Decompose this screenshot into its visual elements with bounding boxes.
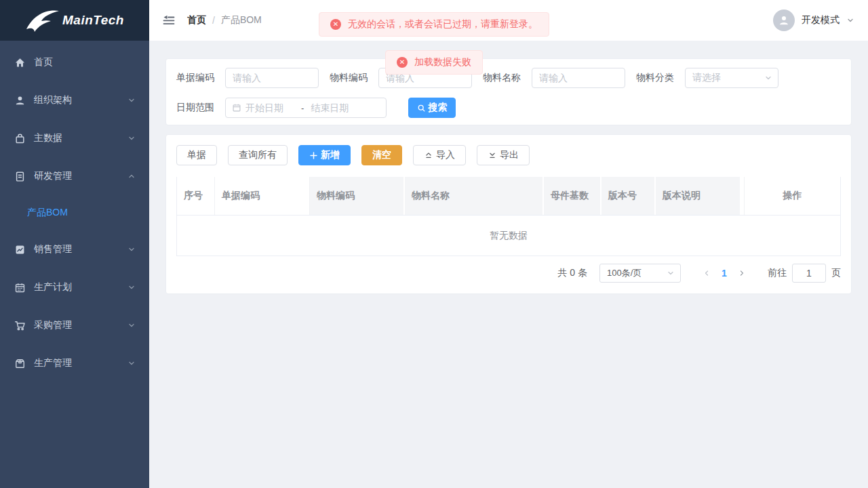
filter-doc-code: 单据编码 bbox=[176, 68, 319, 88]
sidebar-item-label: 组织架构 bbox=[34, 94, 72, 106]
sidebar-item-label: 研发管理 bbox=[34, 170, 72, 182]
plus-icon bbox=[309, 151, 318, 160]
import-button[interactable]: 导入 bbox=[413, 145, 466, 165]
column-header-material-code: 物料编码 bbox=[310, 177, 405, 215]
sidebar-item-label: 主数据 bbox=[34, 132, 62, 144]
doc-button[interactable]: 单据 bbox=[176, 145, 217, 165]
filter-label: 物料编码 bbox=[330, 72, 368, 84]
goto-page-input[interactable] bbox=[792, 264, 826, 283]
date-separator: - bbox=[298, 103, 307, 113]
breadcrumb-current: 产品BOM bbox=[221, 14, 262, 26]
error-toast-session: ✕ 无效的会话，或者会话已过期，请重新登录。 bbox=[319, 12, 549, 37]
sidebar-item-org[interactable]: 组织架构 bbox=[0, 81, 149, 119]
filter-row-1: 单据编码 物料编码 物料名称 物料分类 请选择 bbox=[176, 68, 841, 88]
column-header-actions: 操作 bbox=[744, 177, 840, 215]
page-number-1[interactable]: 1 bbox=[715, 268, 734, 279]
chevron-down-icon bbox=[846, 16, 854, 24]
error-toast-text: 加载数据失败 bbox=[414, 56, 471, 68]
sidebar-item-sales[interactable]: 销售管理 bbox=[0, 230, 149, 268]
sidebar-item-label: 生产计划 bbox=[34, 281, 72, 293]
table-header-row: 序号 单据编码 物料编码 物料名称 母件基数 版本号 版本说明 操作 bbox=[177, 177, 840, 216]
bag-icon bbox=[14, 132, 26, 144]
date-range-picker[interactable]: - bbox=[225, 98, 387, 118]
filter-material-name: 物料名称 bbox=[483, 68, 625, 88]
sidebar-item-home[interactable]: 首页 bbox=[0, 43, 149, 81]
download-icon bbox=[488, 150, 497, 160]
sidebar-item-label: 首页 bbox=[34, 56, 53, 68]
column-header-index: 序号 bbox=[177, 177, 215, 215]
page-size-select[interactable]: 100条/页 bbox=[599, 264, 681, 283]
search-button[interactable]: 搜索 bbox=[408, 98, 456, 118]
query-all-button[interactable]: 查询所有 bbox=[228, 145, 288, 165]
table-empty-state: 暂无数据 bbox=[177, 216, 840, 256]
sidebar-subitem-label: 产品BOM bbox=[27, 207, 68, 219]
user-icon bbox=[14, 94, 26, 106]
cart-icon bbox=[14, 319, 26, 331]
column-header-version-desc: 版本说明 bbox=[656, 177, 741, 215]
sidebar-item-production-plan[interactable]: 生产计划 bbox=[0, 268, 149, 306]
sidebar-item-label: 生产管理 bbox=[34, 357, 72, 369]
filter-material-category: 物料分类 请选择 bbox=[636, 68, 778, 88]
table-toolbar: 单据 查询所有 新增 清空 导入 导出 bbox=[176, 145, 841, 165]
pagination-total: 共 0 条 bbox=[557, 267, 587, 279]
user-menu[interactable]: 开发模式 bbox=[773, 9, 854, 31]
sidebar-item-label: 销售管理 bbox=[34, 243, 72, 256]
clear-button-label: 清空 bbox=[372, 149, 391, 161]
sidebar: MainTech 首页 组织架构 主数据 bbox=[0, 0, 149, 488]
sidebar-item-masterdata[interactable]: 主数据 bbox=[0, 119, 149, 157]
table-panel: 单据 查询所有 新增 清空 导入 导出 序号 bbox=[165, 134, 852, 294]
calendar-icon bbox=[14, 281, 26, 293]
query-all-button-label: 查询所有 bbox=[239, 149, 277, 161]
filter-row-2: 日期范围 - 搜索 bbox=[176, 98, 841, 118]
breadcrumb-home[interactable]: 首页 bbox=[187, 14, 206, 26]
end-date-input[interactable] bbox=[311, 102, 359, 113]
sidebar-item-rnd[interactable]: 研发管理 bbox=[0, 157, 149, 195]
export-button-label: 导出 bbox=[500, 149, 519, 161]
column-header-material-name: 物料名称 bbox=[405, 177, 544, 215]
material-name-input[interactable] bbox=[532, 68, 625, 88]
sidebar-item-production-mgmt[interactable]: 生产管理 bbox=[0, 344, 149, 382]
filter-label: 物料名称 bbox=[483, 72, 521, 84]
home-icon bbox=[14, 56, 26, 68]
filter-panel: 单据编码 物料编码 物料名称 物料分类 请选择 日期范围 bbox=[165, 58, 852, 125]
filter-label: 单据编码 bbox=[176, 72, 214, 84]
filter-label: 物料分类 bbox=[636, 72, 674, 84]
chevron-down-icon bbox=[127, 321, 136, 329]
sidebar-item-label: 采购管理 bbox=[34, 319, 72, 331]
logo-swoosh-icon bbox=[25, 6, 62, 35]
column-header-doc-code: 单据编码 bbox=[215, 177, 310, 215]
document-icon bbox=[14, 170, 26, 182]
add-button[interactable]: 新增 bbox=[298, 145, 351, 165]
chevron-down-icon bbox=[127, 96, 136, 104]
chevron-down-icon bbox=[127, 245, 136, 253]
select-placeholder: 请选择 bbox=[692, 72, 764, 84]
sidebar-collapse-icon[interactable] bbox=[163, 14, 175, 26]
chart-icon bbox=[14, 243, 26, 256]
sidebar-item-purchase[interactable]: 采购管理 bbox=[0, 306, 149, 344]
chevron-down-icon bbox=[127, 134, 136, 142]
next-page-button[interactable] bbox=[734, 264, 750, 283]
doc-code-input[interactable] bbox=[225, 68, 319, 88]
prev-page-button[interactable] bbox=[698, 264, 715, 283]
material-category-select[interactable]: 请选择 bbox=[685, 68, 778, 88]
bom-table: 序号 单据编码 物料编码 物料名称 母件基数 版本号 版本说明 操作 暂无数据 bbox=[176, 177, 841, 256]
chevron-right-icon bbox=[738, 269, 746, 277]
start-date-input[interactable] bbox=[245, 102, 294, 113]
column-header-parent-base: 母件基数 bbox=[544, 177, 601, 215]
chevron-up-icon bbox=[127, 172, 136, 180]
clear-button[interactable]: 清空 bbox=[361, 145, 402, 165]
import-button-label: 导入 bbox=[436, 149, 455, 161]
error-toast-text: 无效的会话，或者会话已过期，请重新登录。 bbox=[348, 18, 538, 30]
upload-icon bbox=[424, 150, 433, 160]
export-button[interactable]: 导出 bbox=[477, 145, 530, 165]
chevron-down-icon bbox=[764, 74, 772, 82]
add-button-label: 新增 bbox=[321, 149, 340, 161]
search-icon bbox=[417, 104, 426, 113]
box-icon bbox=[14, 357, 26, 369]
sidebar-nav: 首页 组织架构 主数据 研发管理 bbox=[0, 41, 149, 382]
chevron-left-icon bbox=[703, 269, 711, 277]
error-toast-load: ✕ 加载数据失败 bbox=[385, 50, 483, 75]
sidebar-subitem-product-bom[interactable]: 产品BOM bbox=[0, 195, 149, 230]
doc-button-label: 单据 bbox=[187, 149, 206, 161]
pagination: 共 0 条 100条/页 1 前往 页 bbox=[557, 264, 841, 283]
